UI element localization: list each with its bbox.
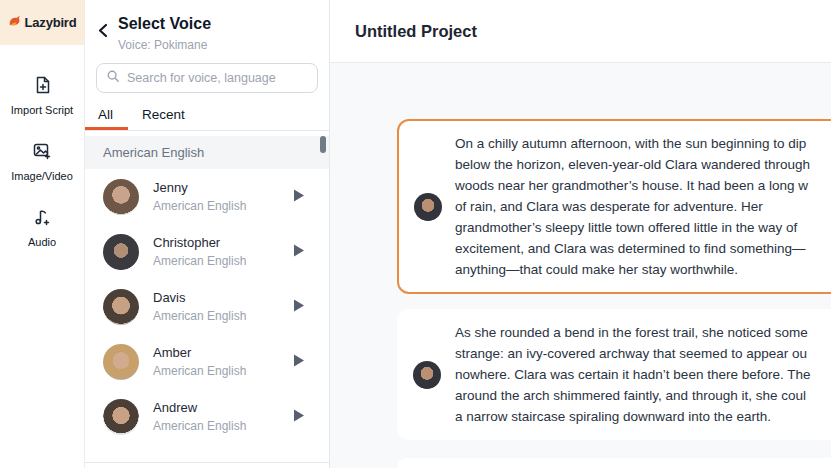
- scrollbar-thumb[interactable]: [320, 136, 326, 153]
- script-line: strange: an ivy-covered archway that see…: [455, 343, 831, 364]
- audio-icon: [32, 207, 52, 231]
- app-window: Lazybird Import Script: [0, 0, 831, 468]
- sidebar-item-audio[interactable]: Audio: [28, 207, 56, 248]
- project-header: Untitled Project: [330, 0, 831, 63]
- voice-panel-header: Select Voice Voice: Pokimane: [85, 0, 329, 52]
- script-line: anything—that could make her stay worthw…: [455, 259, 831, 280]
- voice-row-jenny[interactable]: Jenny American English: [85, 169, 329, 224]
- current-voice-label: Voice: Pokimane: [118, 38, 211, 52]
- search-input[interactable]: [127, 71, 308, 85]
- voice-language: American English: [153, 254, 289, 268]
- voice-search: [96, 63, 318, 93]
- voice-language: American English: [153, 419, 289, 433]
- play-icon: [293, 189, 305, 205]
- sidebar-item-image-video[interactable]: Image/Video: [11, 141, 73, 182]
- voice-row-christopher[interactable]: Christopher American English: [85, 224, 329, 279]
- import-script-icon: [32, 75, 52, 99]
- select-voice-panel: Select Voice Voice: Pokimane All Recent …: [85, 0, 330, 468]
- script-line: of rain, and Clara was desperate for adv…: [455, 196, 831, 217]
- page-title: Untitled Project: [355, 22, 477, 41]
- play-icon: [293, 244, 305, 260]
- voice-language: American English: [153, 309, 289, 323]
- sidebar-item-import-script[interactable]: Import Script: [11, 75, 73, 116]
- sidebar-item-label: Import Script: [11, 104, 73, 116]
- voice-tabs: All Recent: [85, 101, 329, 131]
- script-line: around the arch shimmered faintly, and t…: [455, 385, 831, 406]
- back-button[interactable]: [97, 21, 109, 41]
- avatar: [103, 234, 139, 270]
- avatar: [103, 289, 139, 325]
- play-voice-button[interactable]: [289, 185, 309, 209]
- brand-logo[interactable]: Lazybird: [0, 0, 84, 45]
- left-rail: Lazybird Import Script: [0, 0, 85, 468]
- script-block-selected[interactable]: On a chilly autumn afternoon, with the s…: [397, 119, 831, 294]
- voice-name: Christopher: [153, 235, 289, 250]
- voice-row-andrew[interactable]: Andrew American English: [85, 389, 329, 444]
- rail-nav: Import Script Image/Video: [0, 75, 84, 248]
- sidebar-item-label: Image/Video: [11, 170, 73, 182]
- voice-row-davis[interactable]: Davis American English: [85, 279, 329, 334]
- brand-name: Lazybird: [25, 15, 77, 30]
- avatar: [103, 179, 139, 215]
- lazybird-bird-icon: [8, 14, 22, 32]
- avatar: [103, 344, 139, 380]
- voice-list: American English Jenny American English …: [85, 131, 329, 462]
- avatar: [103, 399, 139, 435]
- voice-name: Davis: [153, 290, 289, 305]
- speaker-avatar: [414, 193, 442, 221]
- play-voice-button[interactable]: [289, 240, 309, 264]
- image-video-icon: [32, 141, 52, 165]
- script-block-partial[interactable]: [397, 458, 831, 468]
- tab-all[interactable]: All: [85, 101, 128, 130]
- script-line: On a chilly autumn afternoon, with the s…: [455, 133, 831, 154]
- play-icon: [293, 354, 305, 370]
- panel-title: Select Voice: [118, 15, 211, 33]
- play-voice-button[interactable]: [289, 405, 309, 429]
- voice-panel-footer: [85, 462, 329, 468]
- voice-name: Andrew: [153, 400, 289, 415]
- script-line: woods near her grandmother’s house. It h…: [455, 175, 831, 196]
- chevron-left-icon: [97, 26, 109, 41]
- script-block[interactable]: As she rounded a bend in the forest trai…: [397, 309, 831, 440]
- speaker-avatar: [413, 361, 441, 389]
- voice-row-amber[interactable]: Amber American English: [85, 334, 329, 389]
- play-voice-button[interactable]: [289, 350, 309, 374]
- voice-name: Jenny: [153, 180, 289, 195]
- script-line: nowhere. Clara was certain it hadn’t bee…: [455, 364, 831, 385]
- script-line: below the horizon, eleven-year-old Clara…: [455, 154, 831, 175]
- tab-recent[interactable]: Recent: [128, 101, 199, 130]
- play-icon: [293, 299, 305, 315]
- script-content: On a chilly autumn afternoon, with the s…: [330, 63, 831, 468]
- language-section-header: American English: [85, 136, 329, 169]
- script-line: As she rounded a bend in the forest trai…: [455, 322, 831, 343]
- play-icon: [293, 409, 305, 425]
- voice-language: American English: [153, 199, 289, 213]
- main-area: Untitled Project On a chilly autumn afte…: [330, 0, 831, 468]
- script-line: a narrow staircase spiraling downward in…: [455, 406, 831, 427]
- script-line: excitement, and Clara was determined to …: [455, 238, 831, 259]
- sidebar-item-label: Audio: [28, 236, 56, 248]
- voice-name: Amber: [153, 345, 289, 360]
- script-line: grandmother’s sleepy little town offered…: [455, 217, 831, 238]
- play-voice-button[interactable]: [289, 295, 309, 319]
- voice-language: American English: [153, 364, 289, 378]
- search-icon: [106, 69, 120, 87]
